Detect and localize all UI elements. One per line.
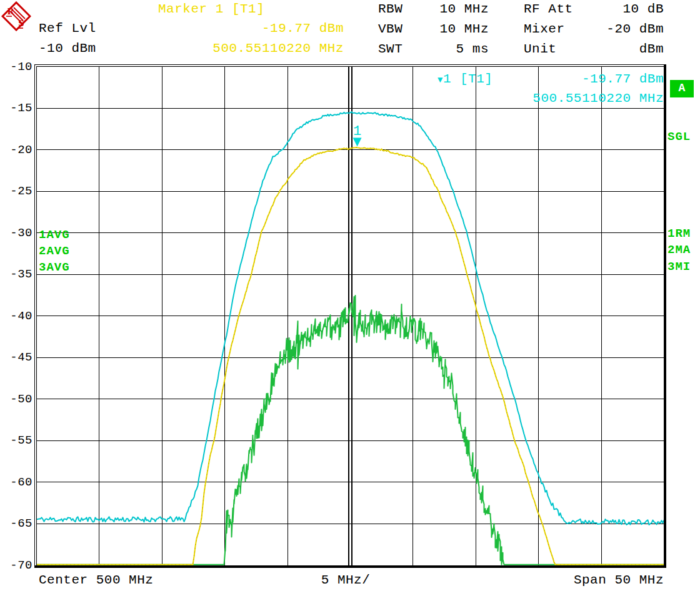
marker-title: Marker 1 [T1] [158,2,264,17]
rf-att-value: 10 dB [562,2,664,17]
unit-label: Unit [524,42,556,57]
x-axis-center-freq: Center 500 MHz [39,573,153,588]
mixer-label: Mixer [524,22,565,37]
ref-level-value: -10 dBm [39,41,96,56]
marker-readout-line2: 500.55110220 MHz [438,91,664,106]
trace-1RM [37,147,664,565]
marker-readout-id: ▼1[T1] [438,72,492,87]
y-axis-label: -30 [0,226,32,241]
marker-1-number: 1 [353,124,361,139]
x-axis-span: Span 50 MHz [500,573,664,588]
screen-a-badge: A [670,80,694,97]
y-axis-label: -20 [0,142,32,157]
vbw-value: 10 MHz [406,22,489,37]
marker-triangle-icon: ▼ [438,75,443,85]
x-axis-scale: 5 MHz/ [321,573,371,588]
vbw-label: VBW [378,22,402,37]
plot-border-right [664,64,666,568]
marker-readout-number: 1 [443,72,451,86]
y-axis-label: -40 [0,309,32,324]
rs-logo: R S [1,1,31,31]
plot-border-outer [35,65,665,569]
trace-3MI [37,296,664,565]
y-axis-label: -50 [0,392,32,407]
y-axis-label: -45 [0,350,32,365]
swt-value: 5 ms [406,42,489,57]
marker-level: -19.77 dBm [156,21,344,36]
y-axis-label: -35 [0,267,32,282]
y-axis-label: -15 [0,101,32,116]
single-sweep-label: SGL [668,130,691,144]
y-axis-label: -65 [0,516,32,531]
spectrum-plot: 1 [34,64,666,568]
marker-readout-level: -19.77 dBm [582,72,664,87]
y-axis-label: -10 [0,59,32,74]
rs-logo-letter-s: S [18,19,24,28]
trace1-detector-label: 1RM [668,227,691,241]
swt-label: SWT [378,42,402,57]
trace3-mode-label: 3AVG [39,261,70,274]
rbw-label: RBW [378,2,402,17]
y-axis-label: -60 [0,475,32,490]
marker-readout-line1: ▼1[T1] -19.77 dBm [438,72,664,87]
y-axis-label: -55 [0,433,32,448]
trace2-detector-label: 2MA [668,243,691,257]
trace2-mode-label: 2AVG [39,244,70,258]
spectrum-analyzer-screen: R S Ref Lvl -10 dBm Marker 1 [T1] -19.77… [0,0,700,616]
trace-1RM-speckle [37,147,664,565]
mixer-value: -20 dBm [562,22,664,37]
marker-readout-trace: [T1] [460,72,492,86]
y-axis-label: -70 [0,558,32,573]
trace1-mode-label: 1AVG [39,228,70,242]
plot-border-bottom [34,565,666,568]
plot-area: 1 [34,64,666,568]
trace3-detector-label: 3MI [668,260,691,274]
grid [37,67,664,565]
rbw-value: 10 MHz [406,2,489,17]
trace-2MA [37,112,664,525]
rs-logo-letter-r: R [8,7,14,16]
y-axis-label: -25 [0,184,32,199]
plot-border-inner [37,67,665,569]
unit-value: dBm [562,42,664,57]
marker-frequency: 500.55110220 MHz [156,41,344,56]
ref-level-label: Ref Lvl [39,21,96,36]
